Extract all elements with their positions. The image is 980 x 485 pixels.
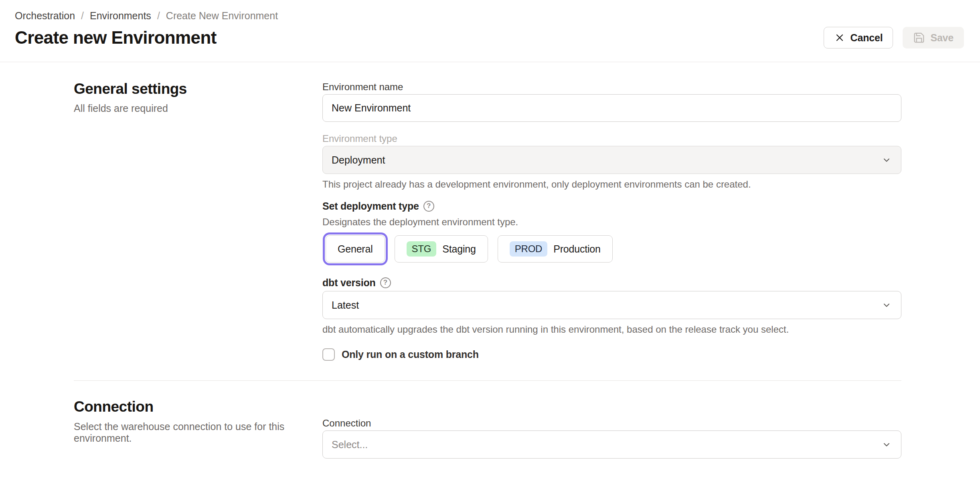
connection-label: Connection (322, 417, 901, 430)
section-divider (74, 380, 901, 381)
deployment-type-group: Set deployment type ? Designates the dep… (322, 200, 901, 266)
help-icon[interactable]: ? (423, 201, 434, 212)
floppy-disk-icon (913, 32, 925, 44)
deployment-type-label: Set deployment type (322, 200, 419, 212)
header-actions: Cancel Save (824, 27, 964, 48)
chevron-down-icon (881, 299, 892, 311)
custom-branch-checkbox[interactable] (322, 348, 335, 361)
x-icon (834, 32, 845, 43)
cancel-button[interactable]: Cancel (824, 27, 893, 48)
deployment-type-general-label: General (338, 243, 373, 255)
environment-type-value: Deployment (332, 154, 385, 166)
deployment-type-general-button[interactable]: General (326, 235, 385, 263)
environment-type-helper: This project already has a development e… (322, 178, 901, 190)
dbt-version-group: dbt version ? Latest dbt automatically u… (322, 277, 901, 335)
production-badge: PROD (510, 241, 548, 257)
environment-name-group: Environment name (322, 81, 901, 122)
chevron-down-icon (881, 439, 892, 450)
staging-badge: STG (407, 241, 437, 257)
dbt-version-label: dbt version (322, 277, 376, 289)
main-content: General settings All fields are required… (0, 62, 980, 459)
connection-section: Connection Select the warehouse connecti… (74, 398, 901, 459)
general-settings-subheading: All fields are required (74, 102, 298, 114)
general-settings-section: General settings All fields are required… (74, 81, 901, 361)
custom-branch-label[interactable]: Only run on a custom branch (342, 349, 479, 360)
deployment-type-description: Designates the deployment environment ty… (322, 216, 901, 228)
breadcrumb-separator: / (157, 10, 160, 22)
environment-name-label: Environment name (322, 81, 901, 93)
dbt-version-value: Latest (332, 299, 359, 311)
environment-type-label: Environment type (322, 132, 901, 145)
save-button[interactable]: Save (903, 27, 964, 48)
deployment-type-options: General STG Staging PROD Production (322, 232, 901, 266)
environment-name-input[interactable] (322, 94, 901, 122)
connection-description: Select the warehouse connection to use f… (74, 421, 292, 444)
breadcrumb-orchestration[interactable]: Orchestration (15, 10, 75, 22)
breadcrumb-separator: / (81, 10, 84, 22)
deployment-type-staging-label: Staging (442, 243, 476, 255)
breadcrumb-create-new-environment: Create New Environment (166, 10, 278, 22)
dbt-version-helper: dbt automatically upgrades the dbt versi… (322, 323, 901, 335)
connection-placeholder: Select... (332, 439, 368, 451)
deployment-type-staging-button[interactable]: STG Staging (395, 235, 488, 263)
save-button-label: Save (930, 32, 954, 44)
dbt-version-select[interactable]: Latest (322, 291, 901, 319)
page-header: Orchestration / Environments / Create Ne… (0, 0, 980, 62)
connection-heading: Connection (74, 398, 298, 415)
chevron-down-icon (881, 154, 892, 166)
breadcrumb-environments[interactable]: Environments (90, 10, 151, 22)
environment-type-select[interactable]: Deployment (322, 146, 901, 174)
deployment-type-production-button[interactable]: PROD Production (498, 235, 613, 263)
connection-select[interactable]: Select... (322, 430, 901, 459)
help-icon[interactable]: ? (380, 277, 391, 288)
page-title: Create new Environment (15, 27, 217, 48)
cancel-button-label: Cancel (850, 32, 883, 44)
breadcrumb: Orchestration / Environments / Create Ne… (15, 10, 964, 22)
general-settings-heading: General settings (74, 81, 298, 97)
connection-group: Connection Select... (322, 417, 901, 459)
deployment-type-production-label: Production (553, 243, 601, 255)
custom-branch-row: Only run on a custom branch (322, 348, 901, 361)
environment-type-group: Environment type Deployment This project… (322, 132, 901, 190)
